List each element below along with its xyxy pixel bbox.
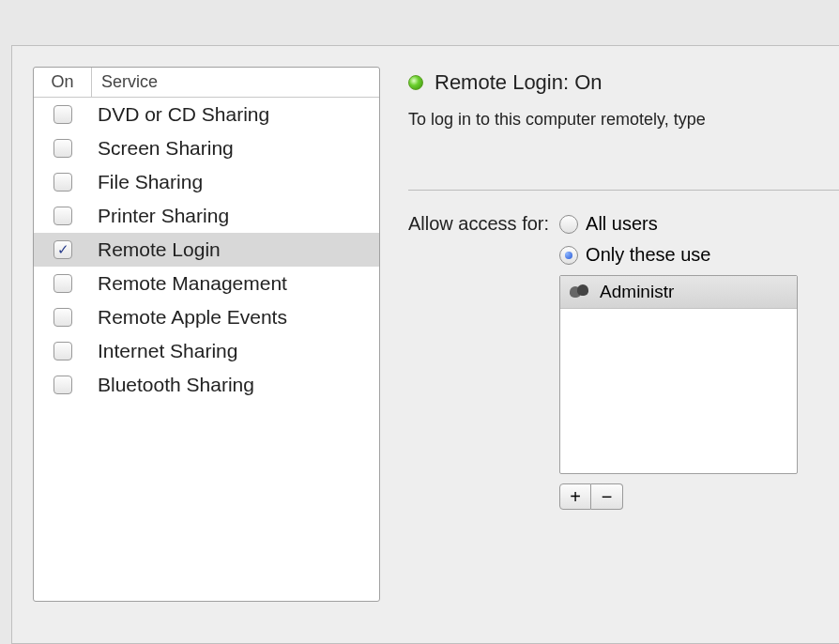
column-header-service: Service: [92, 68, 379, 97]
add-user-button[interactable]: +: [559, 483, 591, 510]
radio-icon: [559, 215, 578, 234]
service-label: Screen Sharing: [92, 137, 234, 160]
radio-all-users-label: All users: [586, 213, 658, 235]
services-body: DVD or CD SharingScreen SharingFile Shar…: [34, 98, 379, 402]
service-label: File Sharing: [92, 171, 203, 193]
service-label: Remote Login: [92, 238, 221, 261]
service-label: Remote Apple Events: [92, 306, 287, 329]
checkbox-cell: [34, 274, 92, 293]
service-row[interactable]: Bluetooth Sharing: [34, 368, 379, 402]
services-list: On Service DVD or CD SharingScreen Shari…: [33, 67, 380, 602]
user-group-label: Administr: [600, 282, 674, 302]
detail-pane: Remote Login: On To log in to this compu…: [408, 67, 839, 622]
checkbox-cell: [34, 105, 92, 124]
checkbox-cell: ✓: [34, 240, 92, 259]
checkbox-cell: [34, 173, 92, 192]
remove-user-button[interactable]: −: [591, 483, 623, 510]
checkbox-cell: [34, 376, 92, 394]
service-checkbox[interactable]: [53, 308, 72, 327]
user-list-buttons: + −: [559, 483, 798, 510]
checkbox-cell: [34, 342, 92, 360]
service-row[interactable]: Remote Apple Events: [34, 300, 379, 334]
service-row[interactable]: ✓Remote Login: [34, 233, 379, 267]
checkbox-cell: [34, 207, 92, 225]
service-checkbox[interactable]: [53, 139, 72, 158]
access-label: Allow access for:: [408, 213, 549, 235]
status-row: Remote Login: On: [408, 70, 839, 95]
status-subtitle: To log in to this computer remotely, typ…: [408, 110, 839, 130]
list-item[interactable]: Administr: [560, 276, 797, 309]
service-checkbox[interactable]: [53, 342, 72, 360]
access-section: Allow access for: All users Only these u…: [408, 213, 839, 510]
service-checkbox[interactable]: [53, 207, 72, 225]
radio-only-these-users-label: Only these use: [586, 244, 710, 266]
service-checkbox[interactable]: ✓: [53, 240, 72, 259]
service-checkbox[interactable]: [53, 173, 72, 192]
services-header: On Service: [34, 68, 379, 98]
service-row[interactable]: Remote Management: [34, 267, 379, 300]
checkbox-cell: [34, 308, 92, 327]
service-checkbox[interactable]: [53, 105, 72, 124]
sharing-panel: On Service DVD or CD SharingScreen Shari…: [11, 45, 839, 644]
group-icon: [570, 284, 590, 299]
service-label: Printer Sharing: [92, 205, 229, 227]
status-led-icon: [408, 75, 423, 90]
service-label: Internet Sharing: [92, 340, 237, 362]
service-row[interactable]: File Sharing: [34, 165, 379, 199]
allowed-users-list[interactable]: Administr: [559, 275, 798, 474]
service-row[interactable]: Printer Sharing: [34, 199, 379, 233]
service-checkbox[interactable]: [53, 274, 72, 293]
service-row[interactable]: DVD or CD Sharing: [34, 98, 379, 131]
service-label: Remote Management: [92, 272, 287, 295]
status-title: Remote Login: On: [435, 70, 603, 95]
service-checkbox[interactable]: [53, 376, 72, 394]
radio-only-these-users[interactable]: Only these use: [559, 244, 798, 266]
checkbox-cell: [34, 139, 92, 158]
service-label: DVD or CD Sharing: [92, 103, 269, 126]
column-header-on: On: [34, 68, 92, 97]
service-label: Bluetooth Sharing: [92, 374, 254, 396]
service-row[interactable]: Internet Sharing: [34, 334, 379, 368]
radio-all-users[interactable]: All users: [559, 213, 798, 235]
access-radio-group: All users Only these use Administr + −: [559, 213, 798, 510]
radio-icon: [559, 246, 578, 265]
separator: [408, 190, 839, 191]
service-row[interactable]: Screen Sharing: [34, 131, 379, 165]
